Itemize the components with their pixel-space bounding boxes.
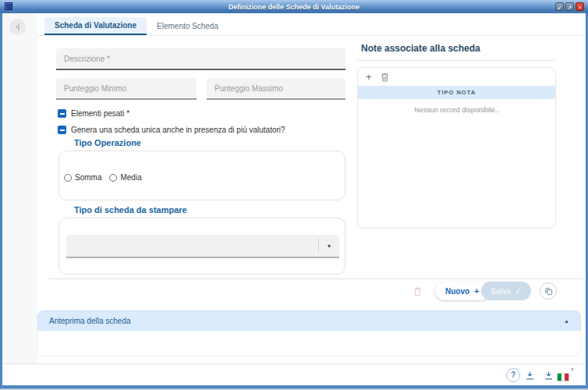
radio-media[interactable]: Media bbox=[109, 173, 141, 182]
tipo-operazione-radio-group: Somma Media bbox=[64, 173, 142, 182]
language-flag-italy[interactable] bbox=[557, 373, 569, 381]
punteggio-massimo-field[interactable] bbox=[207, 78, 345, 100]
export-icon[interactable] bbox=[544, 370, 554, 381]
add-note-icon[interactable]: + bbox=[366, 72, 372, 82]
minimize-button[interactable]: ↙ bbox=[555, 2, 564, 11]
sidebar-strip bbox=[2, 13, 37, 363]
elementi-pesati-checkbox[interactable]: Elementi pesati * bbox=[58, 109, 129, 118]
help-icon[interactable]: ? bbox=[506, 368, 520, 382]
anteprima-header[interactable]: Anteprima della scheda ▲ bbox=[37, 310, 581, 331]
nuovo-button-label: Nuovo bbox=[445, 287, 469, 296]
collapse-arrow-icon: ▲ bbox=[564, 318, 569, 324]
footer-divider bbox=[2, 363, 586, 364]
checkbox-checked-icon bbox=[58, 126, 66, 134]
sidebar-expand-icon[interactable]: ›| bbox=[9, 19, 26, 35]
tipo-scheda-legend: Tipo di scheda da stampare bbox=[74, 205, 187, 214]
radio-unchecked-icon bbox=[64, 174, 72, 182]
maximize-button[interactable]: ↗ bbox=[565, 2, 574, 11]
check-icon: ✓ bbox=[515, 287, 521, 296]
note-table-header-row: TIPO NOTA bbox=[358, 86, 555, 99]
descrizione-field[interactable] bbox=[56, 48, 345, 70]
checkbox-checked-icon bbox=[58, 109, 66, 118]
app-window: Definizione delle Schede di Valutazione … bbox=[0, 0, 588, 390]
note-panel-title: Note associate alla scheda bbox=[361, 43, 480, 54]
salva-button-label: Salva bbox=[491, 287, 511, 296]
tab-elemento-scheda[interactable]: Elemento Scheda bbox=[147, 17, 228, 35]
download-icon[interactable] bbox=[525, 370, 535, 381]
tab-scheda-di-valutazione[interactable]: Scheda di Valutazione bbox=[44, 17, 147, 35]
tab-bar: Scheda di Valutazione Elemento Scheda bbox=[37, 17, 586, 36]
scheda-unica-checkbox[interactable]: Genera una scheda unica anche in presenz… bbox=[58, 126, 285, 134]
salva-button[interactable]: Salva ✓ bbox=[481, 282, 531, 300]
note-toolbar: + bbox=[358, 68, 555, 86]
action-row-divider bbox=[47, 278, 585, 279]
radio-media-label: Media bbox=[120, 173, 141, 182]
anteprima-title: Anteprima della scheda bbox=[49, 317, 131, 325]
chevron-down-icon: ▾ bbox=[319, 243, 339, 250]
anteprima-content bbox=[37, 331, 581, 356]
flag-red-band bbox=[565, 374, 569, 381]
close-button[interactable]: × bbox=[576, 2, 584, 11]
punteggio-minimo-field[interactable] bbox=[56, 78, 197, 100]
flag-caret-icon: ▾ bbox=[571, 367, 574, 373]
elementi-pesati-label: Elementi pesati * bbox=[71, 109, 129, 118]
radio-somma-label: Somma bbox=[75, 173, 101, 182]
scheda-unica-label: Genera una scheda unica anche in presenz… bbox=[71, 126, 285, 134]
plus-icon: + bbox=[474, 286, 479, 296]
note-panel: + TIPO NOTA Nessun record disponibile.. bbox=[357, 67, 556, 229]
window-title: Definizione delle Schede di Valutazione bbox=[0, 3, 588, 11]
window-border-bottom bbox=[0, 385, 588, 390]
note-table-header: TIPO NOTA bbox=[437, 89, 476, 96]
note-panel-divider bbox=[357, 60, 554, 61]
delete-note-icon[interactable] bbox=[381, 73, 389, 82]
note-empty-message: Nessun record disponibile.. bbox=[358, 106, 555, 114]
duplicate-button[interactable] bbox=[540, 282, 557, 300]
window-controls: ↙ ↗ × bbox=[555, 2, 584, 11]
title-bar: Definizione delle Schede di Valutazione … bbox=[0, 0, 588, 13]
delete-record-icon[interactable] bbox=[413, 285, 422, 300]
radio-somma[interactable]: Somma bbox=[64, 173, 101, 182]
tipo-scheda-select[interactable]: ▾ bbox=[66, 235, 339, 258]
tipo-operazione-legend: Tipo Operazione bbox=[74, 138, 141, 147]
radio-unchecked-icon bbox=[109, 174, 117, 182]
copy-icon bbox=[544, 287, 553, 296]
